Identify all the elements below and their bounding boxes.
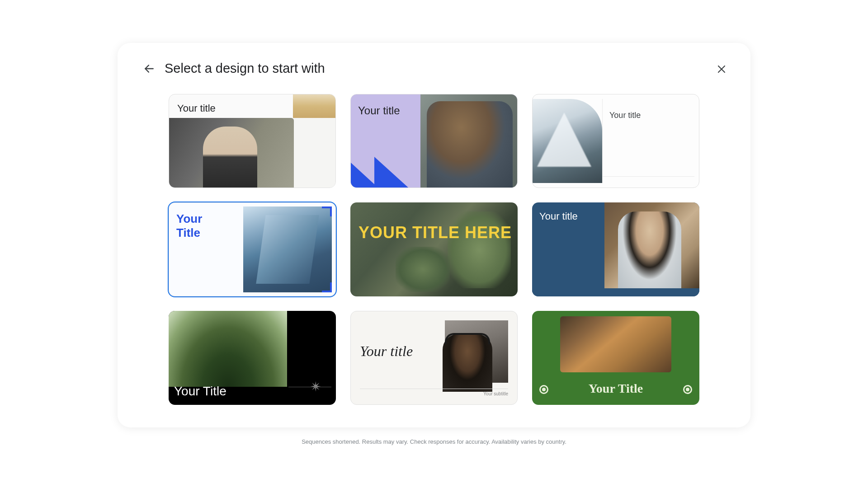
- bullet-icon: [539, 385, 548, 394]
- preview-image: [169, 311, 287, 387]
- template-card-8[interactable]: Your title Your subtitle: [350, 311, 518, 405]
- template-title: Your title: [609, 111, 641, 120]
- side-panel: [293, 118, 335, 188]
- template-title: Your Title: [174, 384, 226, 399]
- template-card-7[interactable]: ✴ Your Title: [169, 311, 336, 405]
- arrow-left-icon: [143, 63, 155, 75]
- triangle-accent: [351, 151, 421, 188]
- preview-image: [243, 206, 332, 292]
- divider: [288, 387, 331, 387]
- disclaimer-text: Sequences shortened. Results may vary. C…: [302, 438, 566, 445]
- dialog-header: Select a design to start with: [143, 61, 725, 76]
- template-card-6[interactable]: Your title: [532, 202, 699, 296]
- template-title: Your title: [177, 103, 216, 114]
- back-button[interactable]: [143, 62, 156, 75]
- template-card-1[interactable]: Your title: [169, 94, 336, 188]
- close-button[interactable]: [715, 63, 728, 75]
- corner-accent: [322, 206, 332, 216]
- preview-image: [560, 316, 671, 372]
- bullet-icon: [683, 385, 692, 394]
- preview-image: [445, 320, 508, 383]
- template-title: Your title: [360, 343, 413, 360]
- divider: [360, 389, 508, 389]
- divider: [602, 176, 694, 177]
- template-card-2[interactable]: Your title: [350, 94, 518, 188]
- template-title: Your title: [539, 211, 578, 222]
- bottom-bar: [532, 288, 699, 296]
- template-title: Your Title: [532, 381, 699, 396]
- preview-image: [420, 94, 517, 188]
- dialog-title: Select a design to start with: [165, 61, 325, 76]
- design-picker-dialog: Select a design to start with Your title…: [118, 43, 750, 427]
- template-title: YOUR TITLE HERE: [359, 223, 512, 242]
- preview-image: [604, 202, 699, 288]
- template-title: Your title: [358, 104, 400, 117]
- close-icon: [716, 64, 727, 75]
- accent-strip: [293, 94, 335, 118]
- preview-image: [169, 118, 294, 188]
- template-card-9[interactable]: Your Title: [532, 311, 699, 405]
- divider: [602, 99, 603, 183]
- corner-accent: [322, 282, 332, 292]
- template-grid: Your title Your title Your title Your Ti…: [143, 94, 725, 405]
- template-subtitle: Your subtitle: [483, 391, 508, 396]
- template-card-3[interactable]: Your title: [532, 94, 699, 188]
- preview-image: [533, 99, 602, 183]
- template-title: Your Title: [176, 212, 202, 240]
- template-card-4[interactable]: Your Title: [169, 202, 336, 296]
- preview-image: [350, 202, 518, 296]
- template-card-5[interactable]: YOUR TITLE HERE: [350, 202, 518, 296]
